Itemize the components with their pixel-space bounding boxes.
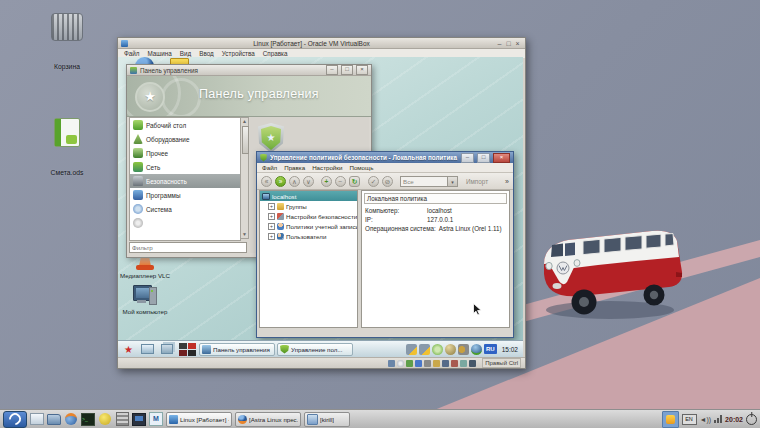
show-desktop-button[interactable] bbox=[30, 412, 44, 426]
power-icon[interactable] bbox=[746, 414, 757, 425]
expander-icon[interactable]: + bbox=[268, 213, 275, 220]
refresh-button[interactable]: ↻ bbox=[349, 176, 360, 187]
remove-button[interactable]: − bbox=[335, 176, 346, 187]
security-title: Управление политикой безопасности - Лока… bbox=[270, 154, 458, 161]
apply-button[interactable]: ✓ bbox=[368, 176, 379, 187]
category-hardware[interactable]: Оборудование bbox=[130, 132, 240, 146]
start-button[interactable] bbox=[3, 411, 27, 428]
keyboard-layout-indicator[interactable]: EN bbox=[682, 414, 697, 425]
forward-button[interactable]: » bbox=[275, 176, 286, 187]
minimize-icon[interactable]: – bbox=[326, 65, 338, 75]
orb-icon[interactable] bbox=[445, 344, 456, 355]
menu-machine[interactable]: Машина bbox=[147, 50, 171, 57]
maximize-icon[interactable]: □ bbox=[504, 39, 513, 48]
down-button[interactable]: ∨ bbox=[303, 176, 314, 187]
desktop-icon-trash[interactable]: Корзина bbox=[35, 13, 99, 70]
monitor-app-icon[interactable] bbox=[132, 412, 146, 426]
applications-icon bbox=[133, 190, 143, 200]
tree-node-groups[interactable]: + Группы bbox=[260, 201, 357, 211]
chevron-down-icon[interactable]: ▾ bbox=[447, 177, 457, 186]
menu-view[interactable]: Вид bbox=[180, 50, 191, 57]
up-button[interactable]: ∧ bbox=[289, 176, 300, 187]
details-label: IP: bbox=[365, 216, 427, 223]
tray-notifier-icon[interactable] bbox=[662, 411, 679, 428]
minimize-icon[interactable]: – bbox=[461, 153, 474, 163]
security-titlebar[interactable]: Управление политикой безопасности - Лока… bbox=[257, 152, 513, 163]
menu-help[interactable]: Помощь bbox=[349, 164, 373, 171]
cancel-button[interactable]: ⊘ bbox=[382, 176, 393, 187]
task-firefox[interactable]: [Astra Linux прес... bbox=[235, 412, 301, 427]
category-system[interactable]: Система bbox=[130, 202, 240, 216]
menu-help[interactable]: Справка bbox=[263, 50, 288, 57]
keyboard-layout-indicator[interactable]: RU bbox=[484, 344, 497, 354]
network-globe-icon[interactable] bbox=[471, 344, 482, 355]
task-virtualbox[interactable]: Linux [Работает] - ... bbox=[166, 412, 232, 427]
menu-settings[interactable]: Настройки bbox=[312, 164, 342, 171]
menu-devices[interactable]: Устройства bbox=[222, 50, 255, 57]
vm-desktop-icon-computer[interactable]: Мой компьютер bbox=[118, 285, 172, 316]
category-security[interactable]: Безопасность bbox=[130, 174, 240, 188]
save-disk-icon[interactable] bbox=[406, 344, 417, 355]
close-icon[interactable]: × bbox=[493, 153, 510, 163]
desktop-icon-smeta[interactable]: Смета.ods bbox=[35, 118, 99, 176]
scroll-down-icon[interactable]: ▼ bbox=[241, 231, 248, 238]
details-row-os: Операционная система: Astra Linux (Orel … bbox=[362, 224, 509, 233]
filter-input[interactable] bbox=[129, 242, 247, 253]
maximize-icon[interactable]: □ bbox=[477, 153, 490, 163]
show-desktop-button[interactable] bbox=[139, 341, 156, 357]
calculator-icon[interactable] bbox=[115, 412, 129, 426]
desktop-pager[interactable] bbox=[177, 341, 197, 357]
taskbar-task-control-panel[interactable]: Панель управления bbox=[199, 343, 275, 356]
chat-smiley-icon[interactable] bbox=[98, 412, 112, 426]
browser-globe-icon[interactable] bbox=[64, 412, 78, 426]
back-button[interactable]: « bbox=[261, 176, 272, 187]
category-partial[interactable] bbox=[130, 216, 240, 230]
expander-icon[interactable]: + bbox=[268, 233, 275, 240]
misc-icon bbox=[133, 148, 143, 158]
menu-file[interactable]: Файл bbox=[262, 164, 277, 171]
taskbar-task-security[interactable]: Управление пол... bbox=[277, 343, 353, 356]
mouse-cursor bbox=[473, 303, 483, 316]
category-network[interactable]: Сеть bbox=[130, 160, 240, 174]
control-panel-titlebar[interactable]: Панель управления – □ × bbox=[127, 65, 371, 76]
category-misc[interactable]: Прочее bbox=[130, 146, 240, 160]
menu-input[interactable]: Ввод bbox=[199, 50, 214, 57]
tree-node-security-settings[interactable]: + Настройки безопасности bbox=[260, 211, 357, 221]
task-kirill[interactable]: [kirill] bbox=[304, 412, 350, 427]
scroll-up-icon[interactable]: ▲ bbox=[241, 118, 248, 125]
category-desktop[interactable]: Рабочий стол bbox=[130, 118, 240, 132]
volume-icon[interactable]: ◄)) bbox=[700, 416, 712, 423]
vm-start-button[interactable]: ★ bbox=[120, 341, 137, 357]
category-programs[interactable]: Программы bbox=[130, 188, 240, 202]
details-value: Astra Linux (Orel 1.11) bbox=[439, 225, 502, 232]
scrollbar-thumb[interactable] bbox=[242, 126, 249, 154]
tree-node-account-policies[interactable]: + Политики учетной записи bbox=[260, 221, 357, 231]
window-list-button[interactable] bbox=[158, 341, 175, 357]
expander-icon[interactable]: + bbox=[268, 203, 275, 210]
volume-icon[interactable] bbox=[458, 344, 469, 355]
menu-file[interactable]: Файл bbox=[124, 50, 139, 57]
menu-edit[interactable]: Правка bbox=[284, 164, 305, 171]
maximize-icon[interactable]: □ bbox=[341, 65, 353, 75]
virtualbox-titlebar[interactable]: Linux [Работает] - Oracle VM VirtualBox … bbox=[118, 38, 525, 49]
tree-node-localhost[interactable]: localhost bbox=[260, 191, 357, 201]
sync-icon[interactable] bbox=[432, 344, 443, 355]
import-button[interactable]: Импорт bbox=[466, 178, 488, 185]
category-list-scrollbar[interactable]: ▲ ▼ bbox=[240, 117, 249, 239]
tree-node-users[interactable]: + Пользователи bbox=[260, 231, 357, 241]
network-signal-icon[interactable] bbox=[714, 415, 722, 423]
filter-combobox[interactable]: Все ▾ bbox=[400, 176, 458, 187]
shield-star-icon[interactable]: ★ bbox=[258, 123, 284, 153]
chart-app-icon[interactable]: M bbox=[149, 412, 163, 426]
minimize-icon[interactable]: – bbox=[495, 39, 504, 48]
file-manager-icon[interactable] bbox=[47, 412, 61, 426]
host-clock[interactable]: 20:02 bbox=[725, 416, 743, 423]
add-button[interactable]: + bbox=[321, 176, 332, 187]
toolbar-overflow-icon[interactable]: » bbox=[505, 178, 509, 185]
vm-clock[interactable]: 15:02 bbox=[502, 346, 518, 353]
expander-icon[interactable]: + bbox=[268, 223, 275, 230]
close-icon[interactable]: × bbox=[356, 65, 368, 75]
save-disk-icon[interactable] bbox=[419, 344, 430, 355]
close-icon[interactable]: × bbox=[513, 39, 522, 48]
terminal-icon[interactable]: >_ bbox=[81, 412, 95, 426]
